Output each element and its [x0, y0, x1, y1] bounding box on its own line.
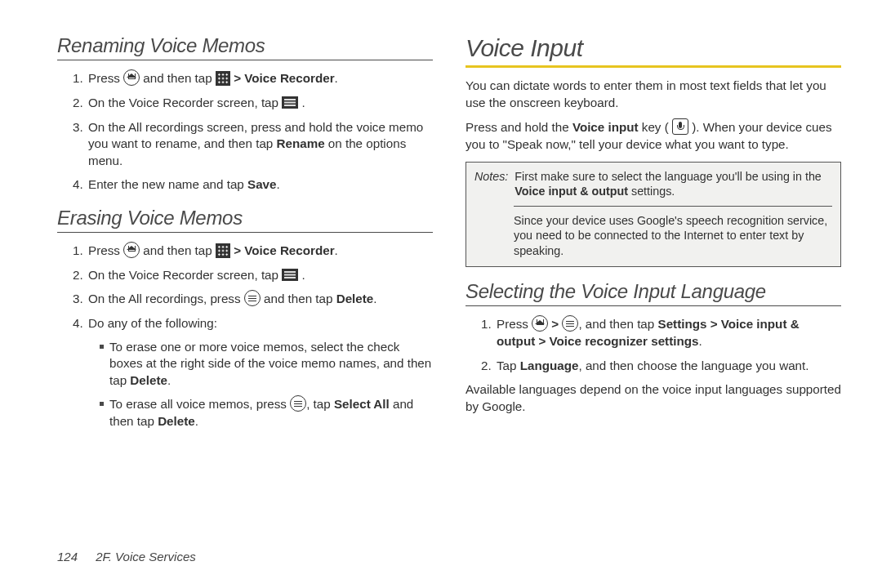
- notes-label: Notes:: [474, 169, 508, 199]
- paragraph: Available languages depend on the voice …: [466, 381, 841, 415]
- section-label: 2F. Voice Services: [96, 550, 196, 564]
- page-footer: 124 2F. Voice Services: [57, 550, 196, 564]
- text: Enter the new name and tap: [88, 177, 247, 191]
- menu-icon: [244, 290, 261, 306]
- text: Tap: [497, 359, 520, 372]
- menu-icon: [562, 315, 578, 332]
- renaming-steps: Press and then tap > Voice Recorder. On …: [57, 70, 433, 194]
- notes-box: Notes: First make sure to select the lan…: [466, 162, 841, 268]
- text: Press: [497, 317, 532, 331]
- bold-text: Settings: [658, 317, 707, 331]
- heading-voice-input: Voice Input: [466, 34, 841, 62]
- text: .: [277, 177, 280, 191]
- text: On the All recordings, press: [88, 292, 244, 305]
- step: On the All recordings screen, press and …: [87, 119, 433, 170]
- step: On the All recordings, press and then ta…: [87, 291, 433, 308]
- text: Press and hold the: [466, 120, 572, 134]
- list-icon: [282, 96, 298, 109]
- separator: >: [535, 334, 549, 348]
- bold-text: Delete: [130, 373, 167, 387]
- home-icon: [532, 315, 548, 332]
- text: settings.: [628, 185, 675, 198]
- text: key (: [639, 120, 672, 134]
- step: Do any of the following: To erase one or…: [87, 315, 433, 430]
- selecting-steps: Press > , and then tap Settings > Voice …: [466, 316, 841, 374]
- separator: >: [234, 243, 244, 257]
- bold-text: Rename: [277, 136, 325, 150]
- text: , tap: [306, 397, 334, 411]
- text: .: [698, 334, 702, 348]
- rule: [57, 60, 433, 60]
- heading-erasing: Erasing Voice Memos: [57, 207, 433, 229]
- text: Do any of the following:: [88, 316, 217, 330]
- sub-bullets: To erase one or more voice memos, select…: [88, 339, 433, 430]
- text: On the Voice Recorder screen, tap: [88, 268, 282, 282]
- text: Press: [88, 71, 123, 85]
- right-column: Voice Input You can dictate words to ent…: [466, 34, 841, 438]
- apps-grid-icon: [216, 243, 230, 258]
- bullet: To erase one or more voice memos, select…: [100, 339, 433, 390]
- erasing-steps: Press and then tap > Voice Recorder. On …: [57, 243, 433, 430]
- rule: [466, 305, 841, 306]
- step: On the Voice Recorder screen, tap .: [87, 95, 433, 112]
- bold-text: Voice Recorder: [244, 71, 334, 85]
- separator: >: [551, 317, 562, 331]
- note-text: Since your device uses Google's speech r…: [514, 213, 832, 259]
- notes-divider: [514, 206, 832, 207]
- text: .: [373, 292, 376, 305]
- note-text: First make sure to select the language y…: [514, 169, 832, 199]
- step: Enter the new name and tap Save.: [87, 176, 433, 194]
- note-row: Notes: First make sure to select the lan…: [474, 169, 832, 199]
- bold-text: Voice input: [572, 120, 639, 134]
- heading-selecting-language: Selecting the Voice Input Language: [466, 280, 841, 303]
- home-icon: [123, 69, 140, 86]
- text: and then tap: [143, 71, 216, 85]
- text: .: [301, 96, 305, 109]
- left-column: Renaming Voice Memos Press and then tap …: [57, 34, 433, 438]
- text: .: [335, 243, 338, 257]
- rule: [57, 232, 433, 233]
- text: Press: [88, 243, 123, 257]
- bold-text: Voice input & output: [514, 185, 628, 198]
- text: , and then tap: [578, 317, 657, 331]
- list-icon: [282, 269, 298, 281]
- paragraph: Press and hold the Voice input key ( ). …: [466, 119, 841, 154]
- text: and then tap: [264, 292, 336, 305]
- apps-grid-icon: [216, 71, 230, 86]
- menu-icon: [290, 395, 306, 412]
- page: Renaming Voice Memos Press and then tap …: [0, 0, 882, 438]
- step: Press and then tap > Voice Recorder.: [87, 243, 433, 260]
- bold-text: Voice recognizer settings: [550, 334, 699, 348]
- separator: >: [706, 317, 720, 331]
- heading-renaming: Renaming Voice Memos: [57, 34, 433, 57]
- bold-text: Save: [247, 177, 276, 191]
- text: .: [301, 268, 305, 282]
- step: Press and then tap > Voice Recorder.: [87, 70, 433, 87]
- text: .: [335, 71, 338, 85]
- paragraph: You can dictate words to enter them in m…: [466, 78, 841, 111]
- text: and then tap: [143, 243, 216, 257]
- step: On the Voice Recorder screen, tap .: [87, 267, 433, 284]
- text: .: [195, 414, 198, 428]
- bold-text: Voice Recorder: [244, 243, 334, 257]
- bold-text: Delete: [336, 292, 374, 305]
- text: To erase all voice memos, press: [109, 397, 290, 411]
- rule-accent: [466, 65, 841, 68]
- page-number: 124: [57, 550, 78, 564]
- text: , and then choose the language you want.: [578, 359, 808, 372]
- step: Tap Language, and then choose the langua…: [495, 358, 841, 375]
- home-icon: [123, 242, 140, 258]
- step: Press > , and then tap Settings > Voice …: [495, 316, 841, 350]
- bullet: To erase all voice memos, press , tap Se…: [100, 396, 433, 430]
- text: First make sure to select the language y…: [514, 170, 821, 183]
- separator: >: [234, 71, 244, 85]
- text: On the Voice Recorder screen, tap: [88, 96, 282, 109]
- text: .: [167, 373, 171, 387]
- microphone-icon: [672, 118, 688, 135]
- bold-text: Delete: [158, 414, 195, 428]
- bold-text: Language: [520, 359, 579, 372]
- bold-text: Select All: [334, 397, 390, 411]
